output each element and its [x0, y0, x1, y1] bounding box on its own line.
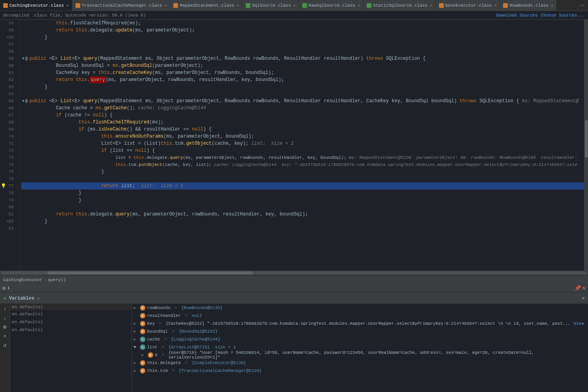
code-line-75: }: [21, 168, 588, 175]
variables-panel: ▶ p rowBounds = {RowBounds@5135} p resul…: [132, 304, 588, 392]
var-icon-rowbounds: p: [140, 305, 145, 311]
code-line-61: CacheKey key = this.createCacheKey(ms, p…: [21, 69, 588, 76]
line-73: 73: [0, 154, 16, 161]
tab-sql-source[interactable]: SqlSource.class ✕: [243, 0, 299, 11]
code-line-62: return this.query(ms, parameterObject, r…: [21, 76, 588, 83]
tab-close-raw[interactable]: ✕: [358, 3, 360, 8]
h-scrollbar[interactable]: [0, 271, 588, 275]
debug-left-header: en.defaults): [10, 304, 132, 310]
line-68: 68: [0, 119, 16, 126]
tab-caching-executor[interactable]: CachingExecutor.class ✕: [0, 0, 72, 11]
var-list[interactable]: ▼ ≡ list = {ArrayList@5716} size = 1: [132, 343, 588, 351]
tab-close-caching[interactable]: ✕: [66, 3, 69, 8]
var-list-0[interactable]: ▶ p 0 = {User@5719} "User [Hash = 548108…: [132, 351, 588, 359]
tab-bar: CachingExecutor.class ✕ TransactionalCac…: [0, 0, 588, 11]
debug-reset-btn[interactable]: ↺: [1, 341, 9, 349]
debug-var-en1[interactable]: en.defaults): [10, 310, 132, 318]
line-56: ⊖ 56: [0, 34, 16, 41]
tab-transactional[interactable]: TransactionalCacheManager.class ✕: [72, 0, 171, 11]
tab-mapped-statement[interactable]: MappedStatement.class ✕: [170, 0, 243, 11]
tab-label-raw: RawSqlSource.class: [309, 3, 355, 8]
line-75: 75: [0, 168, 16, 175]
choose-sources-link[interactable]: Choose Sources...: [541, 13, 585, 18]
expand-key: ▶: [134, 321, 138, 326]
debug-main: ↑ ↓ ⊞ + ↺ en.defaults) en.defaults) en.d…: [0, 304, 588, 392]
var-row-bounds[interactable]: ▶ p rowBounds = {RowBounds@5135}: [132, 304, 588, 312]
line-62: 62: [0, 76, 16, 83]
pin-icon[interactable]: 📌: [575, 285, 581, 291]
var-result-handler[interactable]: p resultHandler = null: [132, 312, 588, 320]
editor-scrollbar[interactable]: [584, 20, 588, 271]
debug-up-btn[interactable]: ↑: [1, 305, 9, 313]
tab-close-static[interactable]: ✕: [430, 3, 432, 8]
debug-en2-label: en.defaults): [12, 320, 43, 324]
tab-icon-transactional: [75, 3, 80, 8]
debug-down-btn[interactable]: ↓: [1, 314, 9, 322]
line-83: 83: [0, 225, 16, 232]
line-58: 58: [0, 48, 16, 55]
code-line-79: }: [21, 197, 588, 204]
tab-icon-row: [503, 3, 508, 8]
debug-var-en3[interactable]: en.defaults): [10, 326, 132, 334]
code-line-80: [21, 204, 588, 211]
line-55: 55: [0, 27, 16, 34]
debug-side-panel: ↑ ↓ ⊞ + ↺: [0, 304, 10, 392]
code-line-70: this.ensureNoOutParams(ms, parameterObje…: [21, 133, 588, 140]
line-65: 65: [0, 98, 16, 105]
decompile-info-text: Decompiled .class file, bytecode version…: [3, 13, 146, 18]
tab-label-row: RowBounds.class: [509, 3, 548, 8]
line-82: ⊖ 82: [0, 218, 16, 225]
tab-label-transactional: TransactionalCacheManager.class: [82, 3, 162, 8]
tab-base-executor[interactable]: BaseExecutor.class ✕: [436, 0, 500, 11]
code-line-83: [21, 225, 588, 232]
line-77: 💡 77: [0, 182, 16, 190]
line-59: 59: [0, 55, 16, 62]
line-79: 79: [0, 197, 16, 204]
line-80: 80: [0, 204, 16, 211]
info-bar-links: Download Sources Choose Sources...: [496, 13, 585, 18]
tab-icon-base: [439, 3, 444, 8]
var-this-tcm[interactable]: ▶ p this.tcm = {TransactionalCacheManage…: [132, 367, 588, 375]
tab-label-caching: CachingExecutor.class: [9, 3, 64, 8]
tab-close-row[interactable]: ✕: [551, 3, 553, 8]
tab-close-transactional[interactable]: ✕: [164, 3, 167, 8]
download-sources-link[interactable]: Download Sources: [496, 13, 538, 18]
code-line-58: [21, 48, 588, 55]
expand-list: ▼: [134, 345, 138, 350]
code-line-56: }: [21, 34, 588, 41]
scroll-thumb: [585, 120, 588, 158]
breadcrumb-method: query(): [48, 278, 66, 282]
code-line-77: return list; list: size = 1: [21, 182, 588, 190]
settings-icon[interactable]: ⚙: [2, 285, 6, 291]
tab-close-mapped[interactable]: ✕: [237, 3, 239, 8]
tool-bar: ⚙ ⬇ 📌 ⇱: [0, 284, 588, 293]
line-67: 67: [0, 112, 16, 119]
tab-close-base[interactable]: ✕: [494, 3, 496, 8]
h-scroll-track[interactable]: [1, 271, 587, 274]
h-scroll-thumb: [48, 271, 253, 274]
tab-row-bounds[interactable]: RowBounds.class ✕: [500, 0, 557, 11]
tab-static-sql[interactable]: StaticSqlSource.class ✕: [364, 0, 436, 11]
tab-raw-sql[interactable]: RawSqlSource.class ✕: [299, 0, 364, 11]
var-this-delegate[interactable]: ▶ p this.delegate = {SimpleExecutor@5138…: [132, 359, 588, 367]
view-key-link[interactable]: View: [573, 321, 584, 326]
var-cache[interactable]: ▶ ≡ cache = {LoggingCache@5144}: [132, 335, 588, 343]
code-line-69: if (ms.isUseCache() && resultHandler == …: [21, 126, 588, 133]
debug-add-btn[interactable]: +: [1, 332, 9, 340]
code-line-68: this.flushCacheIfRequired(ms);: [21, 119, 588, 126]
expand-icon[interactable]: ⇱: [582, 285, 586, 291]
var-key[interactable]: ▶ p key = {CacheKey@5222} "-1815756518:1…: [132, 320, 588, 328]
close-debug-icon[interactable]: ✕: [582, 295, 585, 301]
var-boundsql[interactable]: ▶ p boundSql = {BoundSql@5152}: [132, 328, 588, 335]
debug-var-en2[interactable]: en.defaults): [10, 318, 132, 326]
code-line-76: [21, 175, 588, 182]
code-line-73: list = this.delegate.query(ms, parameter…: [21, 154, 588, 161]
line-54: 54: [0, 20, 16, 27]
download-icon[interactable]: ⬇: [7, 285, 10, 291]
expand-rowbounds: ▶: [134, 306, 138, 310]
tab-close-sql[interactable]: ✕: [293, 3, 296, 8]
code-line-54: this.flushCacheIfRequired(ms);: [21, 20, 588, 27]
code-content[interactable]: this.flushCacheIfRequired(ms); return th…: [20, 20, 588, 271]
debug-filter-btn[interactable]: ⊞: [1, 323, 9, 331]
var-icon-boundsql: p: [140, 329, 145, 334]
